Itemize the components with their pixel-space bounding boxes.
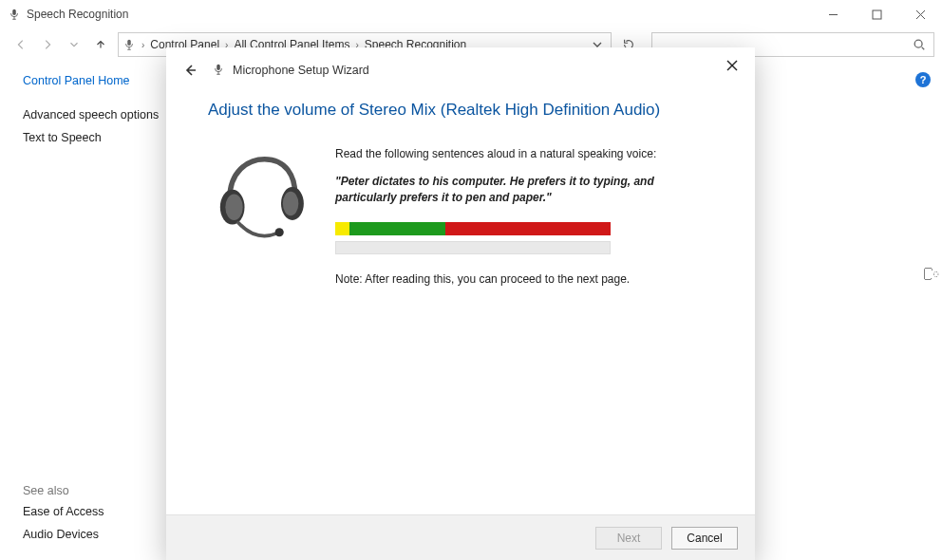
svg-point-6 [914, 40, 922, 47]
svg-point-12 [225, 194, 242, 219]
svg-rect-2 [873, 10, 881, 19]
control-panel-home-link[interactable]: Control Panel Home [23, 74, 180, 87]
help-icon[interactable]: ? [915, 72, 931, 87]
nav-recent-button[interactable] [61, 31, 87, 58]
speech-icon [122, 38, 136, 51]
minimize-button[interactable] [811, 0, 855, 28]
svg-point-14 [283, 192, 299, 216]
sidebar: Control Panel Home Advanced speech optio… [0, 61, 190, 560]
window-title: Speech Recognition [27, 8, 128, 21]
chevron-right-icon: › [140, 40, 146, 50]
sidebar-link-tts[interactable]: Text to Speech [23, 131, 180, 144]
svg-rect-5 [127, 40, 131, 46]
svg-rect-8 [217, 64, 220, 69]
dialog-title: Microphone Setup Wizard [233, 64, 369, 77]
sample-sentence: "Peter dictates to his computer. He pref… [335, 174, 713, 206]
volume-level-bar [335, 241, 611, 254]
see-also-heading: See also [23, 484, 180, 497]
svg-point-15 [275, 228, 284, 236]
instruction-text: Read the following sentences aloud in a … [335, 146, 713, 162]
search-icon [913, 38, 926, 51]
maximize-button[interactable] [855, 0, 898, 28]
close-window-button[interactable] [898, 0, 942, 28]
window-titlebar: Speech Recognition [0, 0, 942, 28]
speech-icon [8, 8, 21, 21]
see-also-ease[interactable]: Ease of Access [23, 505, 180, 518]
cancel-button[interactable]: Cancel [671, 527, 738, 550]
nav-forward-button[interactable] [34, 31, 61, 58]
dialog-heading: Adjust the volume of Stereo Mix (Realtek… [208, 101, 713, 120]
next-button[interactable]: Next [595, 527, 662, 550]
sidebar-link-advanced[interactable]: Advanced speech options [23, 108, 180, 121]
artifact-char: ြ [933, 268, 938, 281]
note-text: Note: After reading this, you can procee… [335, 271, 713, 288]
microphone-setup-dialog: Microphone Setup Wizard Adjust the volum… [166, 47, 755, 560]
dialog-footer: Next Cancel [166, 514, 755, 560]
volume-color-bar [335, 222, 611, 235]
nav-back-button[interactable] [8, 31, 34, 58]
svg-rect-0 [12, 9, 16, 15]
nav-up-button[interactable] [87, 31, 114, 58]
dialog-close-button[interactable] [713, 51, 751, 80]
see-also-audio[interactable]: Audio Devices [23, 528, 180, 541]
headset-image [208, 146, 312, 288]
mic-icon [212, 63, 225, 79]
svg-line-7 [922, 47, 925, 50]
dialog-back-button[interactable] [178, 58, 202, 83]
